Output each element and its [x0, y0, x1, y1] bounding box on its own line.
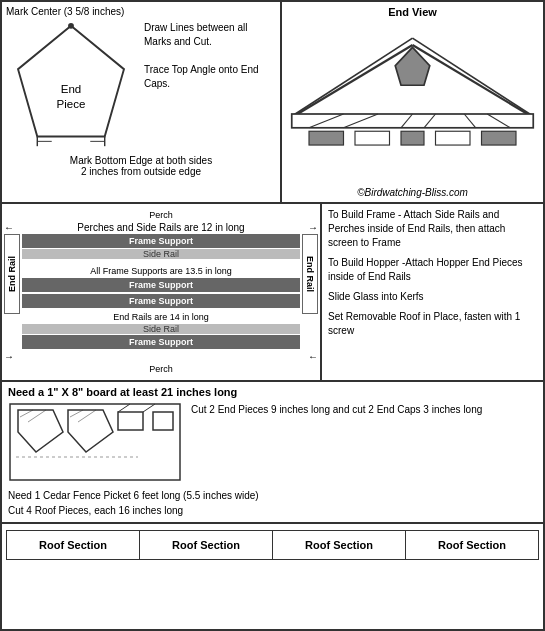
- svg-rect-20: [482, 131, 517, 145]
- perch-top-label: Perch: [4, 210, 318, 220]
- removable-roof-text: Set Removable Roof in Place, fasten with…: [328, 310, 537, 338]
- frame-support-bar-1: Frame Support: [22, 234, 300, 248]
- roof-section-3: Roof Section: [273, 531, 406, 559]
- mark-center-label: Mark Center (3 5/8 inches): [6, 6, 276, 17]
- svg-rect-19: [436, 131, 471, 145]
- svg-line-31: [118, 404, 130, 412]
- roof-grid: Roof Section Roof Section Roof Section R…: [6, 530, 539, 560]
- frame-diagram: Perch ← Perches and Side Rails are 12 in…: [2, 204, 322, 380]
- frame-support-bar-4: Frame Support: [22, 335, 300, 349]
- roof-section-4: Roof Section: [406, 531, 538, 559]
- board-cut-text: Cut 2 End Pieces 9 inches long and cut 2…: [191, 402, 482, 417]
- svg-line-32: [143, 404, 155, 412]
- frame-instructions: To Build Frame - Attach Side Rails and P…: [322, 204, 543, 380]
- pentagon-diagram: End Piece: [6, 21, 136, 151]
- middle-section: Perch ← Perches and Side Rails are 12 in…: [2, 204, 543, 382]
- lower-section: Need a 1" X 8" board at least 21 inches …: [2, 382, 543, 524]
- end-view-title: End View: [286, 6, 539, 18]
- roof-section-1: Roof Section: [7, 531, 140, 559]
- draw-lines-text: Draw Lines between all Marks and Cut. Tr…: [144, 21, 276, 91]
- svg-text:Piece: Piece: [57, 98, 86, 110]
- frame-support-bar-2: Frame Support: [22, 278, 300, 292]
- fence-info: Need 1 Cedar Fence Picket 6 feet long (5…: [8, 488, 537, 518]
- svg-line-13: [413, 38, 534, 116]
- frame-support-bar-3: Frame Support: [22, 294, 300, 308]
- end-view-panel: End View ©Birdwatching-Bliss.com: [282, 2, 543, 202]
- bottom-mark-label: Mark Bottom Edge at both sides 2 inches …: [6, 155, 276, 177]
- board-info: Cut 2 End Pieces 9 inches long and cut 2…: [8, 402, 537, 482]
- svg-rect-15: [292, 114, 534, 128]
- svg-marker-0: [18, 26, 124, 137]
- svg-line-2: [18, 26, 71, 69]
- top-section: Mark Center (3 5/8 inches) End Piece: [2, 2, 543, 204]
- svg-line-37: [78, 410, 96, 422]
- svg-line-11: [413, 45, 528, 114]
- roof-section-2: Roof Section: [140, 531, 273, 559]
- svg-line-34: [20, 410, 33, 417]
- svg-marker-28: [18, 410, 63, 452]
- svg-rect-30: [118, 412, 143, 430]
- svg-line-36: [70, 410, 83, 417]
- slide-glass-text: Slide Glass into Kerfs: [328, 290, 537, 304]
- svg-rect-17: [355, 131, 390, 145]
- all-supports-note: All Frame Supports are 13.5 in long: [22, 266, 300, 276]
- perches-rails-note: Perches and Side Rails are 12 in long: [14, 222, 308, 233]
- end-view-diagram: [286, 22, 539, 183]
- end-rails-note: End Rails are 14 in long: [22, 312, 300, 322]
- side-rail-bar-2: Side Rail: [22, 324, 300, 334]
- svg-rect-18: [401, 131, 424, 145]
- perch-bottom-label: Perch: [4, 364, 318, 374]
- board-header: Need a 1" X 8" board at least 21 inches …: [8, 386, 537, 398]
- side-rail-bar-1: Side Rail: [22, 249, 300, 259]
- board-pieces-diagram: [8, 402, 183, 482]
- copyright-label: ©Birdwatching-Bliss.com: [286, 187, 539, 198]
- bottom-section: Roof Section Roof Section Roof Section R…: [2, 524, 543, 564]
- build-hopper-text: To Build Hopper -Attach Hopper End Piece…: [328, 256, 537, 284]
- svg-text:End: End: [61, 83, 82, 95]
- svg-line-10: [298, 45, 413, 114]
- svg-marker-29: [68, 410, 113, 452]
- end-rail-left-label: End Rail: [4, 234, 20, 314]
- svg-line-3: [71, 26, 124, 69]
- end-rail-right-label: End Rail: [302, 234, 318, 314]
- svg-line-12: [292, 38, 413, 116]
- end-piece-panel: Mark Center (3 5/8 inches) End Piece: [2, 2, 282, 202]
- build-frame-text: To Build Frame - Attach Side Rails and P…: [328, 208, 537, 250]
- svg-rect-27: [10, 404, 180, 480]
- svg-line-35: [28, 410, 46, 422]
- svg-rect-33: [153, 412, 173, 430]
- svg-rect-16: [309, 131, 344, 145]
